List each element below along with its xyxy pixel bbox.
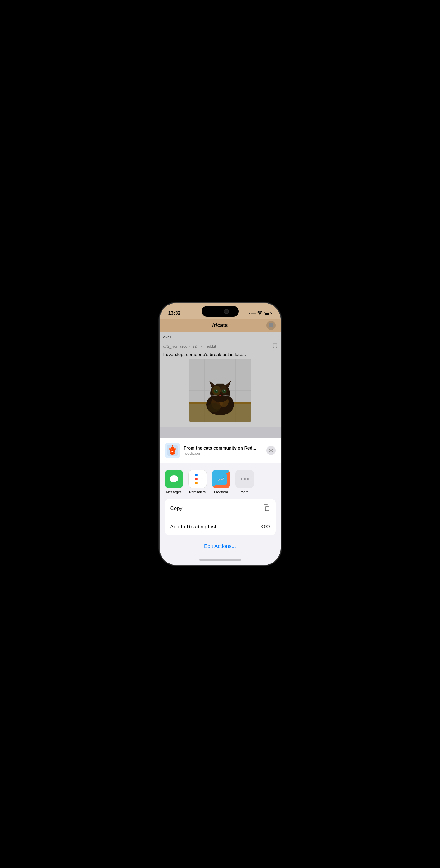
svg-point-38 [174, 448, 175, 449]
screen: 13:32 [160, 303, 281, 565]
reminders-label: Reminders [189, 490, 206, 494]
share-preview-text: From the cats community on Red... reddit… [184, 445, 263, 456]
app-reminders[interactable]: Reminders [188, 470, 207, 494]
header-bookmark-icon[interactable] [266, 321, 276, 330]
copy-icon [263, 504, 270, 513]
messages-label: Messages [166, 490, 181, 494]
copy-action[interactable]: Copy [165, 499, 276, 518]
app-more[interactable]: More [235, 470, 254, 494]
reminders-icon [188, 470, 207, 488]
battery-icon [264, 312, 272, 315]
reading-list-label: Add to Reading List [170, 524, 216, 530]
share-sheet: From the cats community on Red... reddit… [160, 438, 281, 565]
share-title: From the cats community on Red... [184, 445, 263, 451]
share-preview: From the cats community on Red... reddit… [160, 438, 281, 464]
freeform-icon [212, 470, 230, 488]
reddit-title: /r/cats [212, 322, 228, 329]
svg-point-41 [171, 449, 172, 450]
svg-rect-48 [265, 507, 269, 511]
svg-point-42 [173, 449, 174, 450]
edit-actions-section: Edit Actions... [160, 538, 281, 554]
phone-frame: 13:32 [160, 303, 281, 565]
messages-icon [165, 470, 183, 488]
reddit-header: /r/cats [160, 318, 281, 332]
add-reading-list-action[interactable]: Add to Reading List [165, 518, 276, 535]
svg-point-49 [262, 525, 265, 528]
signal-icon [249, 313, 256, 314]
apps-row: Messages [160, 464, 281, 499]
action-section: Copy Add to Reading List [165, 499, 276, 535]
app-messages[interactable]: Messages [165, 470, 183, 494]
dynamic-island [202, 306, 239, 317]
status-bar: 13:32 [160, 303, 281, 318]
copy-label: Copy [170, 505, 183, 512]
more-label: More [241, 490, 248, 494]
svg-point-50 [266, 525, 269, 528]
status-icons [249, 311, 272, 316]
edit-actions-button[interactable]: Edit Actions... [204, 543, 236, 549]
app-freeform[interactable]: Freeform [212, 470, 230, 494]
status-time: 13:32 [168, 310, 180, 316]
svg-point-37 [169, 448, 170, 449]
reddit-logo [165, 443, 180, 458]
camera-dot [225, 310, 228, 313]
three-dots-icon [241, 478, 249, 480]
glasses-icon [261, 523, 270, 530]
svg-point-46 [170, 475, 178, 482]
more-icon [235, 470, 254, 488]
share-url: reddit.com [184, 451, 263, 456]
home-indicator [160, 554, 281, 565]
svg-point-44 [172, 445, 173, 446]
home-bar [199, 559, 241, 561]
close-share-button[interactable] [266, 446, 276, 455]
freeform-label: Freeform [214, 490, 228, 494]
wifi-icon [257, 311, 262, 316]
